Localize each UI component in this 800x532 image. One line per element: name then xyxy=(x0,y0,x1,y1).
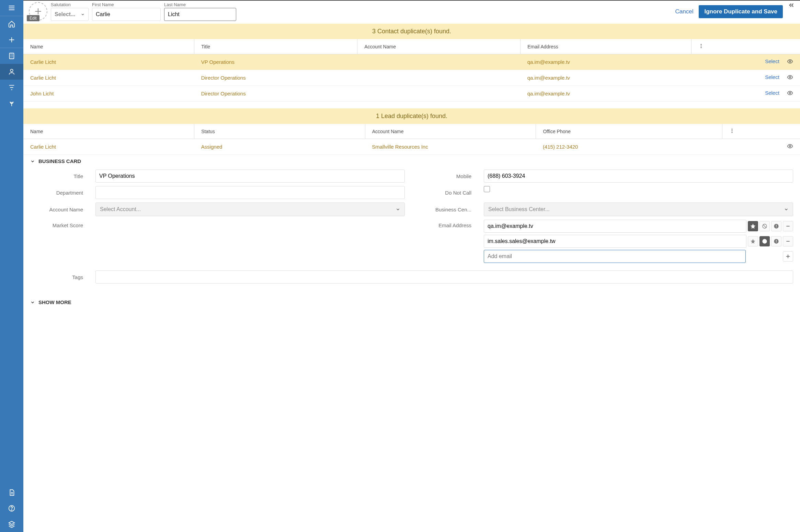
tags-input[interactable] xyxy=(95,270,793,284)
email-invalid-button[interactable] xyxy=(771,221,781,231)
contact-name[interactable]: Carlie Licht xyxy=(23,54,194,70)
table-more-button[interactable] xyxy=(698,44,704,50)
edit-header: Edit Salutation Select... First Name Las… xyxy=(23,1,800,24)
svg-rect-0 xyxy=(10,53,14,59)
select-link[interactable]: Select xyxy=(765,74,779,80)
sidebar-hamburger[interactable] xyxy=(0,0,23,16)
sidebar-home[interactable] xyxy=(0,16,23,32)
email-primary-button[interactable] xyxy=(748,236,758,246)
th-title[interactable]: Title xyxy=(194,39,357,54)
contacts-duplicate-banner: 3 Contact duplicate(s) found. xyxy=(23,24,800,39)
email-remove-button[interactable] xyxy=(783,221,793,231)
sidebar-docs[interactable] xyxy=(0,485,23,500)
email-optout-button[interactable] xyxy=(759,236,770,246)
email-input-2[interactable] xyxy=(484,235,746,248)
department-label: Department xyxy=(30,190,85,196)
contact-title: Director Operations xyxy=(194,86,357,102)
last-name-label: Last Name xyxy=(164,2,236,7)
section-show-more[interactable]: SHOW MORE xyxy=(23,296,800,309)
account-select[interactable]: Select Account... xyxy=(95,203,405,216)
account-label: Account Name xyxy=(30,207,85,212)
layers-icon xyxy=(8,520,15,528)
ignore-and-save-button[interactable]: Ignore Duplicate and Save xyxy=(699,5,783,18)
contact-title: VP Operations xyxy=(194,54,357,70)
minus-icon xyxy=(785,239,791,244)
th-actions xyxy=(691,39,800,54)
th-phone[interactable]: Office Phone xyxy=(536,124,722,139)
sidebar-accounts[interactable] xyxy=(0,48,23,64)
section-business-card[interactable]: BUSINESS CARD xyxy=(23,155,800,167)
chevron-down-icon xyxy=(81,12,85,16)
sidebar-help[interactable] xyxy=(0,500,23,516)
lead-name[interactable]: Carlie Licht xyxy=(23,139,194,155)
last-name-input[interactable] xyxy=(164,8,236,21)
title-input[interactable] xyxy=(95,170,405,183)
select-link[interactable]: Select xyxy=(765,90,779,96)
add-email-input[interactable] xyxy=(484,250,746,263)
sidebar-leads[interactable] xyxy=(0,95,23,111)
table-more-button[interactable] xyxy=(729,129,735,135)
business-card-form: Title Mobile Department Do Not Call Acco… xyxy=(23,167,800,265)
th-account[interactable]: Account Name xyxy=(365,124,536,139)
eye-icon xyxy=(787,90,793,96)
preview-button[interactable] xyxy=(787,143,793,150)
dnc-checkbox[interactable] xyxy=(484,186,490,192)
help-icon xyxy=(8,505,15,512)
svg-point-1 xyxy=(10,69,13,72)
svg-point-6 xyxy=(700,47,701,48)
email-optout-button[interactable] xyxy=(759,221,770,231)
th-actions xyxy=(722,124,800,139)
alert-icon xyxy=(774,223,779,229)
contact-name[interactable]: John Licht xyxy=(23,86,194,102)
th-name[interactable]: Name xyxy=(23,124,194,139)
leads-table: Name Status Account Name Office Phone Ca… xyxy=(23,124,800,155)
business-center-select[interactable]: Select Business Center... xyxy=(484,203,793,216)
bc-placeholder: Select Business Center... xyxy=(488,206,550,212)
sidebar-contacts[interactable] xyxy=(0,64,23,80)
mobile-input[interactable] xyxy=(484,170,793,183)
lead-account: Smallville Resources Inc xyxy=(365,139,536,155)
first-name-input[interactable] xyxy=(92,8,161,21)
contact-name[interactable]: Carlie Licht xyxy=(23,70,194,86)
salutation-select[interactable]: Select... xyxy=(51,8,89,21)
more-vertical-icon xyxy=(729,128,735,134)
salutation-placeholder: Select... xyxy=(55,11,75,18)
select-link[interactable]: Select xyxy=(765,58,779,64)
add-email-button[interactable] xyxy=(783,251,793,262)
svg-rect-17 xyxy=(776,227,776,228)
star-icon xyxy=(750,239,756,244)
minus-icon xyxy=(785,223,791,229)
cancel-link[interactable]: Cancel xyxy=(675,8,694,15)
first-name-label: First Name xyxy=(92,2,161,7)
block-icon xyxy=(762,239,767,244)
more-vertical-icon xyxy=(698,43,704,49)
svg-rect-20 xyxy=(776,240,776,242)
collapse-panel-button[interactable] xyxy=(788,2,795,9)
email-label: Email Address xyxy=(415,220,473,228)
main-content: Edit Salutation Select... First Name Las… xyxy=(23,0,800,532)
th-email[interactable]: Email Address xyxy=(521,39,692,54)
svg-point-13 xyxy=(789,146,791,147)
department-input[interactable] xyxy=(95,186,405,199)
th-name[interactable]: Name xyxy=(23,39,194,54)
contact-account xyxy=(357,86,521,102)
svg-point-3 xyxy=(11,510,12,510)
email-primary-button[interactable] xyxy=(748,221,758,231)
sidebar-create[interactable] xyxy=(0,32,23,48)
eye-icon xyxy=(787,74,793,80)
avatar-plus-icon xyxy=(34,7,43,16)
sidebar-stack[interactable] xyxy=(0,516,23,532)
email-invalid-button[interactable] xyxy=(771,236,781,246)
th-status[interactable]: Status xyxy=(194,124,365,139)
preview-button[interactable] xyxy=(787,74,793,81)
svg-point-4 xyxy=(700,44,701,45)
email-remove-button[interactable] xyxy=(783,236,793,246)
svg-rect-16 xyxy=(776,225,776,227)
th-account[interactable]: Account Name xyxy=(357,39,521,54)
email-input-1[interactable] xyxy=(484,220,746,233)
preview-button[interactable] xyxy=(787,90,793,97)
sidebar-filter[interactable] xyxy=(0,80,23,95)
contact-email: qa.im@example.tv xyxy=(521,70,692,86)
preview-button[interactable] xyxy=(787,58,793,66)
avatar-upload[interactable]: Edit xyxy=(29,2,47,21)
